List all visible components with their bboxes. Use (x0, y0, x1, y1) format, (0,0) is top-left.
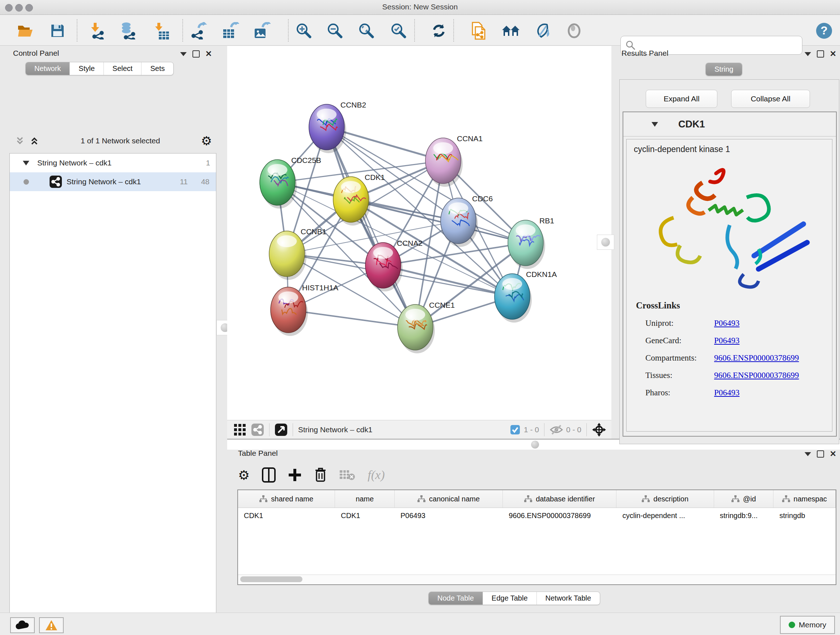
tree-options-gear-icon[interactable]: ⚙ (201, 134, 212, 148)
eye-icon[interactable] (565, 21, 584, 40)
gene-expander-icon[interactable] (652, 122, 658, 127)
node-CDC25B[interactable]: CDC25B (260, 156, 321, 209)
splitter-handle-dot[interactable] (531, 440, 539, 448)
network-canvas[interactable]: CCNB2CCNA1CDC25BCDK1CDC6RB1CCNB1CCNA2CDK… (227, 46, 611, 420)
network-collection-row[interactable]: String Network – cdk1 1 (10, 154, 216, 172)
cell-description[interactable]: cyclin-dependent ... (616, 508, 714, 520)
column-header-description[interactable]: description (616, 490, 714, 508)
delete-column-icon[interactable] (314, 467, 327, 483)
memory-button[interactable]: Memory (780, 616, 835, 634)
show-columns-icon[interactable] (262, 467, 276, 483)
node-CDKN1A[interactable]: CDKN1A (494, 270, 557, 323)
help-icon[interactable]: ? (815, 21, 834, 40)
node-HIST1H1A[interactable]: HIST1H1A (271, 283, 338, 336)
cell-canonical-name[interactable]: P06493 (395, 508, 503, 520)
open-session-icon[interactable] (16, 21, 35, 40)
tab-node-table[interactable]: Node Table (429, 592, 483, 605)
table-hscrollbar[interactable] (238, 575, 836, 584)
gene-panel: CDK1 cyclin-dependent kinase 1 (622, 111, 837, 437)
table-row[interactable]: CDK1CDK1P064939606.ENSP00000378699cyclin… (238, 508, 836, 520)
zoom-selected-icon[interactable] (389, 21, 408, 40)
zoom-fit-icon[interactable] (357, 21, 376, 40)
save-session-icon[interactable] (48, 21, 67, 40)
export-table-icon[interactable] (221, 21, 240, 40)
edge-CCNB2-CCNE1[interactable] (327, 127, 415, 327)
node-CCNA1[interactable]: CCNA1 (425, 134, 483, 187)
node-CCNE1[interactable]: CCNE1 (398, 301, 455, 353)
import-network-database-icon[interactable] (119, 21, 138, 40)
refresh-icon[interactable] (429, 21, 448, 40)
tab-edge-table[interactable]: Edge Table (483, 592, 537, 605)
cell-namespac[interactable]: stringdb (774, 508, 836, 520)
string-view-icon[interactable] (251, 423, 264, 436)
node-label-CCNB1: CCNB1 (301, 227, 326, 236)
panel-float-icon[interactable] (817, 50, 824, 57)
zoom-in-icon[interactable] (294, 21, 313, 40)
tab-string[interactable]: String (706, 63, 742, 76)
panel-float-icon[interactable] (817, 450, 824, 458)
panel-close-icon[interactable]: ✕ (205, 51, 212, 57)
cell-name[interactable]: CDK1 (335, 508, 395, 520)
network-graph[interactable]: CCNB2CCNA1CDC25BCDK1CDC6RB1CCNB1CCNA2CDK… (227, 46, 611, 420)
panel-close-icon[interactable]: ✕ (830, 451, 836, 457)
crosslink-link[interactable]: 9606.ENSP00000378699 (714, 371, 799, 380)
panel-menu-icon[interactable] (805, 52, 811, 56)
cell-shared-name[interactable]: CDK1 (238, 508, 335, 520)
tab-network-table[interactable]: Network Table (537, 592, 600, 605)
collapse-all-button[interactable]: Collapse All (731, 90, 810, 108)
node-label-RB1: RB1 (539, 217, 554, 225)
right-splitter-handle[interactable] (597, 234, 614, 250)
network-row-selected[interactable]: String Network – cdk1 11 48 (10, 172, 216, 191)
zoom-out-icon[interactable] (325, 21, 344, 40)
toggle-graphics-details-icon[interactable] (533, 21, 552, 40)
network-edge-count: 48 (201, 177, 210, 186)
gene-header-row[interactable]: CDK1 (623, 112, 836, 136)
pan-crosshair-icon[interactable] (592, 423, 606, 437)
column-header-database-identifier[interactable]: database identifier (503, 490, 616, 508)
table-options-gear-icon[interactable]: ⚙ (238, 468, 249, 483)
node-CDC6[interactable]: CDC6 (441, 195, 493, 247)
tab-network[interactable]: Network (26, 62, 69, 75)
panel-close-icon[interactable]: ✕ (830, 51, 836, 57)
node-CDK1[interactable]: CDK1 (333, 173, 385, 226)
add-column-icon[interactable] (288, 468, 302, 482)
node-RB1[interactable]: RB1 (508, 217, 554, 269)
selected-checkbox-icon[interactable] (510, 424, 520, 435)
import-table-file-icon[interactable] (152, 21, 171, 40)
scrollbar-thumb[interactable] (240, 576, 302, 582)
column-header-name[interactable]: name (335, 490, 395, 508)
expand-all-icon[interactable] (29, 135, 40, 146)
warning-status-button[interactable] (39, 617, 64, 633)
panel-menu-icon[interactable] (805, 452, 811, 456)
collapse-all-icon[interactable] (14, 135, 25, 146)
home-icon[interactable] (501, 21, 520, 40)
copy-network-icon[interactable] (469, 21, 488, 40)
cell-@id[interactable]: stringdb:9... (714, 508, 774, 520)
cell-database-identifier[interactable]: 9606.ENSP00000378699 (503, 508, 616, 520)
birdseye-grid-icon[interactable] (234, 424, 246, 436)
expand-all-button[interactable]: Expand All (646, 90, 717, 108)
network-tree-header: 1 of 1 Network selected ⚙ (9, 128, 216, 153)
tab-style[interactable]: Style (69, 62, 103, 75)
crosslink-link[interactable]: P06493 (714, 318, 739, 328)
control-panel-tabs: NetworkStyleSelectSets (25, 62, 174, 75)
column-header-canonical-name[interactable]: canonical name (395, 490, 503, 508)
export-network-icon[interactable] (190, 21, 209, 40)
collection-expander-icon[interactable] (23, 161, 29, 165)
open-in-window-icon[interactable] (275, 423, 287, 436)
column-header-@id[interactable]: @id (714, 490, 774, 508)
crosslink-link[interactable]: 9606.ENSP00000378699 (714, 353, 799, 363)
panel-menu-icon[interactable] (180, 52, 187, 56)
import-network-file-icon[interactable] (88, 21, 107, 40)
panel-float-icon[interactable] (193, 50, 200, 57)
crosslink-link[interactable]: P06493 (714, 336, 739, 345)
tab-sets[interactable]: Sets (141, 62, 173, 75)
crosslink-link[interactable]: P06493 (714, 388, 739, 397)
tab-select[interactable]: Select (103, 62, 141, 75)
column-header-namespac[interactable]: namespac (774, 490, 836, 508)
column-header-shared-name[interactable]: shared name (238, 490, 335, 508)
cloud-status-button[interactable] (10, 617, 35, 633)
toolbar-separator (414, 19, 415, 42)
export-image-icon[interactable] (253, 21, 271, 40)
crosslink-row: Uniprot:P06493 (645, 318, 832, 328)
